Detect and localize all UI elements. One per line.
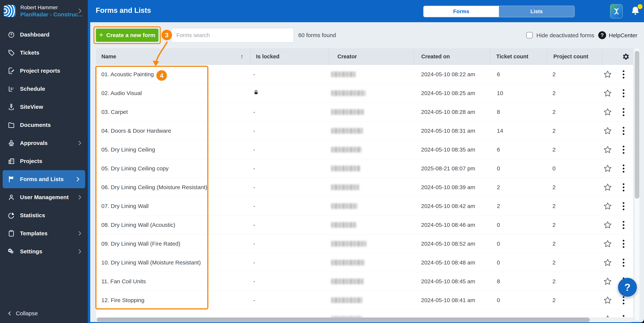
row-menu-button[interactable] [621,107,626,117]
hide-deactivated-checkbox[interactable] [526,32,533,38]
planradar-logo [4,5,16,17]
column-header-ticket-count[interactable]: Ticket count [490,48,547,65]
created-on: 2024-05-10 08:42 am [421,203,475,209]
ticket-count: 10 [497,90,503,96]
project-count: 2 [552,146,556,153]
project-count: 2 [552,297,556,304]
hide-deactivated-label: Hide deactivated forms [536,32,594,38]
gear-icon[interactable] [622,53,630,60]
favorite-star-button[interactable] [603,258,612,267]
account-switcher[interactable]: Robert Hammer PlanRadar - Construc... [0,0,88,22]
favorite-star-button[interactable] [603,145,612,154]
row-menu-button[interactable] [621,126,626,136]
horizontal-scrollbar-thumb[interactable] [97,318,590,322]
sidebar-item-statistics[interactable]: Statistics [0,206,88,224]
sidebar-item-project-reports[interactable]: Project reports [0,62,88,80]
ticket-count: 14 [497,128,503,134]
apps-button[interactable] [610,4,623,18]
sidebar-item-projects[interactable]: Projects [0,152,88,170]
star-icon [603,183,612,192]
favorite-star-button[interactable] [603,221,612,229]
sidebar-item-tickets[interactable]: Tickets [0,44,88,62]
project-count: 2 [552,259,556,266]
top-header: Forms and Lists Forms Lists [88,0,644,22]
help-fab-button[interactable]: ? [618,278,637,297]
sidebar-item-label: Tickets [20,49,40,56]
sidebar-item-documents[interactable]: Documents [0,116,88,134]
column-header-created-on[interactable]: Created on [414,48,490,65]
row-menu-button[interactable] [621,182,626,192]
favorite-star-button[interactable] [603,126,612,135]
locked-value: - [253,278,255,285]
row-menu-button[interactable] [621,258,626,268]
tab-forms[interactable]: Forms [424,6,499,17]
favorite-star-button[interactable] [603,296,612,305]
row-menu-button[interactable] [621,88,626,98]
star-icon [603,202,612,210]
notifications-button[interactable] [630,5,642,18]
tab-lists[interactable]: Lists [499,6,574,17]
locked-value: - [253,222,255,228]
favorite-star-button[interactable] [603,277,612,286]
sidebar-item-templates[interactable]: Templates [0,224,88,243]
favorite-star-button[interactable] [603,183,612,192]
row-menu-button[interactable] [621,69,626,79]
account-name: PlanRadar - Construc... [20,11,83,18]
created-on: 2024-05-10 08:45 am [421,278,475,285]
page-title: Forms and Lists [96,6,151,14]
schedule-chart-icon [8,85,15,93]
created-on: 2024-05-10 08:39 am [421,184,475,191]
annotation-rect-create-button [94,26,161,44]
row-menu-button[interactable] [621,295,626,305]
row-menu-button[interactable] [621,164,626,173]
sidebar-item-approvals[interactable]: Approvals [0,134,88,152]
sidebar-item-label: Projects [20,158,42,164]
sidebar-item-label: Documents [20,122,51,128]
favorite-star-button[interactable] [603,89,612,97]
column-header-is-locked[interactable]: Is locked [250,48,329,65]
report-pencil-icon [8,67,15,74]
ticket-count: 6 [497,71,500,77]
vertical-scrollbar-thumb[interactable] [635,51,639,199]
favorite-star-button[interactable] [603,70,612,79]
column-header-project-count[interactable]: Project count [547,48,602,65]
sidebar-item-label: Schedule [20,86,45,92]
row-menu-button[interactable] [621,201,626,211]
favorite-star-button[interactable] [603,202,612,210]
forms-search-input[interactable] [171,28,294,42]
row-menu-button[interactable] [621,314,626,317]
sidebar-item-label: SiteView [20,104,43,110]
row-menu-button[interactable] [621,220,626,230]
column-header-creator[interactable]: Creator [329,48,414,65]
favorite-star-button[interactable] [603,239,612,248]
favorite-star-button[interactable] [603,315,612,317]
sidebar-item-settings[interactable]: Settings [0,243,88,261]
row-menu-button[interactable] [621,239,626,249]
sidebar-item-schedule[interactable]: Schedule [0,80,88,98]
street-view-icon [8,103,15,111]
sidebar-item-siteview[interactable]: SiteView [0,98,88,116]
column-header-name[interactable]: Name ↑ [96,48,250,65]
sidebar-nav: Dashboard Tickets Project reports Schedu… [0,25,88,261]
star-icon [603,315,612,317]
sort-ascending-icon[interactable]: ↑ [240,53,244,60]
sidebar-item-user-management[interactable]: User Management [0,188,88,206]
favorite-star-button[interactable] [603,164,612,173]
sidebar-item-label: Statistics [20,212,45,219]
sidebar-item-forms-and-lists[interactable]: Forms and Lists [3,170,85,188]
creator-name-blurred [331,147,362,152]
created-on: 2024-05-10 08:41 am [421,297,475,304]
collapse-sidebar-button[interactable]: Collapse [7,310,38,317]
sidebar-item-dashboard[interactable]: Dashboard [0,25,88,44]
project-count: 2 [552,241,556,247]
star-icon [603,126,612,135]
star-icon [603,221,612,229]
ticket-count: 8 [497,278,500,285]
creator-name-blurred [331,184,359,190]
row-menu-button[interactable] [621,145,626,155]
locked-value: - [253,241,255,247]
favorite-star-button[interactable] [603,108,612,116]
helpcenter-link[interactable]: HelpCenter [609,32,638,38]
table-row[interactable] [96,310,633,317]
star-icon [603,70,612,79]
